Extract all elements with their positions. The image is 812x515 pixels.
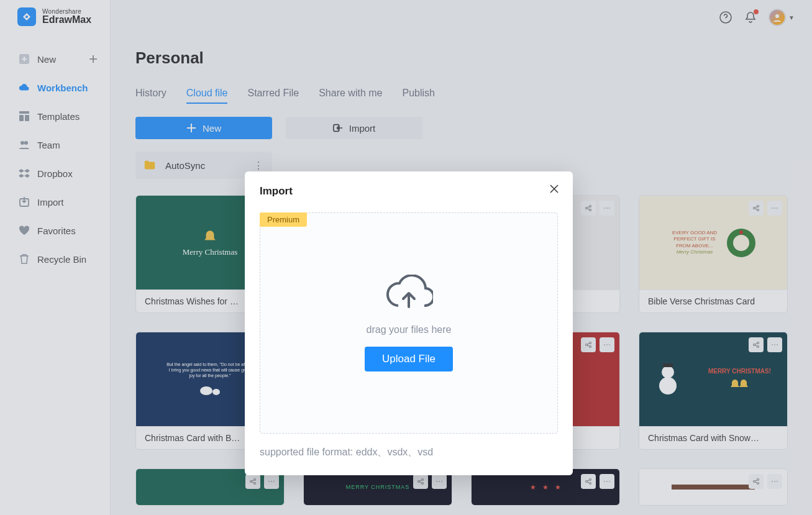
dropzone-text: drag your files here xyxy=(367,324,452,335)
dropzone[interactable]: Premium drag your files here Upload File xyxy=(260,212,558,434)
modal-title: Import xyxy=(260,185,558,198)
cloud-upload-icon xyxy=(385,275,433,313)
supported-formats: supported file format: eddx、vsdx、vsd xyxy=(260,446,558,459)
import-modal: Import Premium drag your files here Uplo… xyxy=(245,171,573,475)
close-icon[interactable] xyxy=(548,183,560,195)
upload-file-button[interactable]: Upload File xyxy=(365,347,453,371)
premium-badge: Premium xyxy=(260,212,307,227)
modal-backdrop[interactable]: Import Premium drag your files here Uplo… xyxy=(0,0,812,515)
